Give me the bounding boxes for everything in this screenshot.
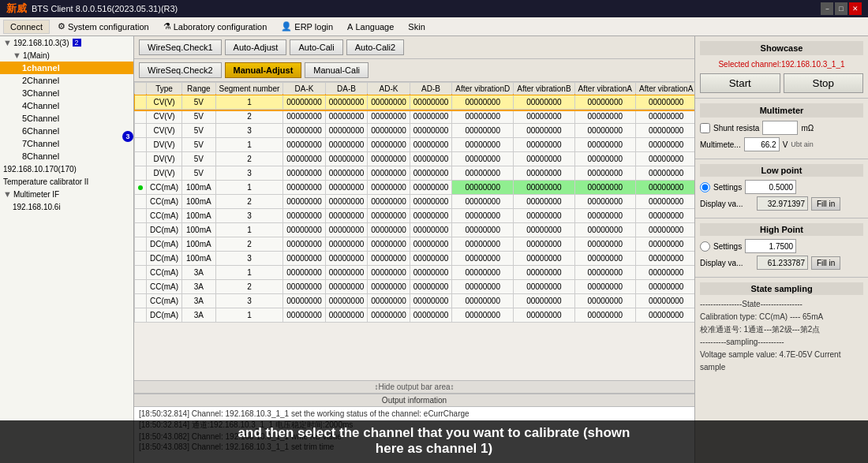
device2-label: 192.168.10.170(170) [3, 165, 77, 174]
high-settings-input[interactable] [745, 239, 796, 253]
table-row[interactable]: DC(mA) 100mA 3 00000000 00000000 0000000… [135, 252, 695, 266]
minimize-button[interactable]: － [821, 2, 833, 15]
wireseq-check1-button[interactable]: WireSeq.Check1 [139, 39, 222, 55]
table-row[interactable]: CC(mA) 3A 3 00000000 00000000 00000000 0… [135, 294, 695, 308]
language-menu[interactable]: A Language [341, 21, 400, 33]
sidebar-item-3channel[interactable]: 3Channel [0, 87, 133, 99]
high-settings-radio[interactable] [700, 241, 710, 252]
subtitle-line1: and then select the channel that you wan… [6, 425, 862, 441]
sidebar-item-temp-cal[interactable]: Temperature calibrator II [0, 175, 133, 188]
table-row[interactable]: DV(V) 5V 2 00000000 00000000 00000000 00… [135, 152, 695, 166]
system-config-menu[interactable]: ⚙ System configuration [51, 20, 155, 33]
table-row[interactable]: CC(mA) 3A 1 00000000 00000000 00000000 0… [135, 266, 695, 280]
table-row[interactable]: DV(V) 5V 3 00000000 00000000 00000000 00… [135, 166, 695, 181]
table-row[interactable]: DC(mA) 3A 1 00000000 00000000 00000000 0… [135, 308, 695, 323]
table-row[interactable]: CC(mA) 100mA 1 00000000 00000000 0000000… [135, 181, 695, 195]
erp-login-menu[interactable]: 👤 ERP login [275, 20, 339, 33]
fill-in-button[interactable]: Fill in [811, 197, 840, 211]
sidebar-item-5channel[interactable]: 5Channel [0, 112, 133, 125]
multimeter-label: Multimeter IF [13, 190, 59, 199]
low-point-title: Low point [700, 164, 863, 177]
stop-button[interactable]: Stop [784, 73, 864, 93]
table-row[interactable]: CV(V) 5V 1 00000000 00000000 00000000 00… [135, 95, 695, 110]
sidebar-item-4channel[interactable]: 4Channel [0, 99, 133, 112]
sidebar-item-7channel[interactable]: 7Channel [0, 137, 133, 150]
state-line3: 校准通道号: 1通道---第2级---第2点 [700, 323, 863, 336]
state-line2: Calibration type: CC(mA) ---- 65mA [700, 311, 863, 323]
multimeter-value-label: Multimete... [700, 140, 741, 149]
channel6-label: 6Channel [22, 126, 59, 136]
low-display-value: 32.971397 [757, 196, 808, 211]
low-settings-label: Settings [713, 183, 742, 192]
auto-cali2-button[interactable]: Auto-Cali2 [346, 39, 404, 55]
channel7-label: 7Channel [22, 139, 59, 148]
main-label: 1(Main) [23, 51, 50, 60]
sidebar-tree: ▼ 192.168.10.3(3) 2 ▼ 1(Main) 1channel 2… [0, 36, 133, 463]
low-settings-radio[interactable] [700, 182, 710, 192]
sidebar-item-ip6i[interactable]: 192.168.10.6i [0, 200, 133, 213]
col-after-b: After vibrationB [514, 83, 574, 95]
multimeter-section-title: Multimeter [700, 103, 863, 118]
shunt-resistor-checkbox[interactable] [700, 123, 710, 133]
maximize-button[interactable]: □ [835, 2, 847, 15]
channel3-label: 3Channel [22, 88, 59, 98]
state-line5: Voltage sample value: 4.7E-05V Current s… [700, 349, 863, 374]
table-row[interactable]: CC(mA) 100mA 2 00000000 00000000 0000000… [135, 195, 695, 209]
sidebar-item-8channel[interactable]: 8Channel [0, 150, 133, 162]
table-row[interactable]: CV(V) 5V 2 00000000 00000000 00000000 00… [135, 110, 695, 124]
table-row[interactable]: DV(V) 5V 1 00000000 00000000 00000000 00… [135, 138, 695, 152]
sidebar-item-6channel[interactable]: 6Channel [0, 125, 133, 137]
col-after-d: After vibrationD [452, 83, 514, 95]
expand-icon-main: ▼ [13, 50, 21, 60]
lab-icon: ⚗ [163, 21, 171, 32]
subtitle-line2: here as channel 1) [6, 441, 862, 457]
col-type: Type [147, 83, 182, 95]
app-logo: 新威 [6, 2, 27, 16]
sidebar-item-1channel[interactable]: 1channel [0, 62, 133, 74]
close-button[interactable]: ✕ [849, 2, 862, 15]
table-row[interactable]: CC(mA) 3A 2 00000000 00000000 00000000 0… [135, 280, 695, 294]
ubt-label: Ubt ain [791, 140, 814, 148]
manual-cali-button[interactable]: Manual-Cali [305, 62, 369, 78]
app-title: BTS Client 8.0.0.516(2023.05.31)(R3) [32, 4, 178, 13]
state-line1: ----------------State---------------- [700, 298, 863, 311]
showcase-title: Showcase [700, 41, 863, 55]
lab-config-menu[interactable]: ⚗ Laboratory configuration [157, 20, 274, 33]
output-header: Output information [134, 394, 694, 407]
channel4-label: 4Channel [22, 101, 59, 110]
high-display-label: Display va... [700, 259, 754, 267]
channel1-label: 1channel [22, 63, 60, 73]
multimeter-value-input[interactable] [744, 137, 780, 151]
col-da-b: DA-B [325, 83, 368, 95]
sidebar-item-multimeter[interactable]: ▼ Multimeter IF [0, 188, 133, 200]
high-display-value: 61.233787 [757, 256, 808, 270]
sidebar-item-device1[interactable]: ▼ 192.168.10.3(3) 2 [0, 36, 133, 49]
start-button[interactable]: Start [700, 73, 780, 93]
badge-2: 2 [73, 39, 81, 47]
low-settings-input[interactable] [745, 180, 796, 194]
sidebar-item-device2[interactable]: 192.168.10.170(170) [0, 162, 133, 175]
device-label: 192.168.10.3(3) [13, 39, 69, 47]
col-seg: Segment number [215, 83, 283, 95]
hide-output-bar[interactable]: ↕Hide output bar area↕ [134, 380, 694, 394]
sidebar-item-main[interactable]: ▼ 1(Main) [0, 49, 133, 62]
auto-adjust-button[interactable]: Auto-Adjust [225, 39, 287, 55]
selected-channel-info: Selected channel:192.168.10.3_1_1 [700, 58, 863, 70]
temp-cal-label: Temperature calibrator II [3, 177, 88, 186]
table-row[interactable]: DC(mA) 100mA 1 00000000 00000000 0000000… [135, 223, 695, 237]
table-row[interactable]: CV(V) 5V 3 00000000 00000000 00000000 00… [135, 124, 695, 138]
skin-menu[interactable]: Skin [402, 21, 431, 33]
table-row[interactable]: CC(mA) 100mA 3 00000000 00000000 0000000… [135, 209, 695, 223]
auto-cali-button[interactable]: Auto-Cali [290, 39, 342, 55]
high-point-title: High Point [700, 223, 863, 236]
fill-in2-button[interactable]: Fill in [811, 256, 840, 270]
state-title: State sampling [700, 282, 863, 295]
wireseq-check2-button[interactable]: WireSeq.Check2 [139, 62, 222, 78]
channel5-label: 5Channel [22, 114, 59, 123]
col-after-a1: After vibrationA [574, 83, 635, 95]
sidebar-item-2channel[interactable]: 2Channel [0, 74, 133, 87]
manual-adjust-button[interactable]: Manual-Adjust [225, 62, 302, 78]
connect-menu[interactable]: Connect [3, 20, 50, 34]
shunt-resistor-input[interactable] [762, 121, 798, 135]
table-row[interactable]: DC(mA) 100mA 2 00000000 00000000 0000000… [135, 237, 695, 252]
